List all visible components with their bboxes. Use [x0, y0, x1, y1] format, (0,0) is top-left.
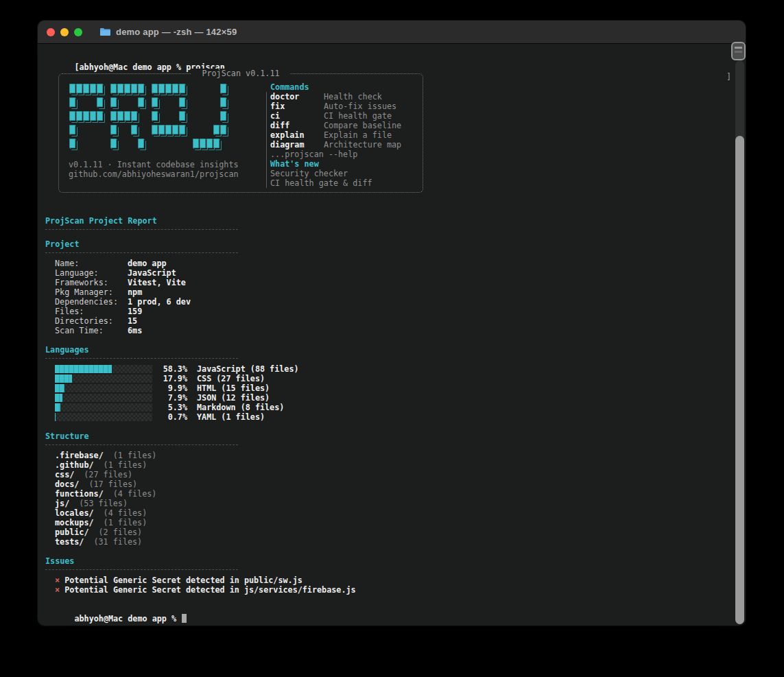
close-button[interactable] — [47, 28, 55, 36]
language-bar-fill — [55, 384, 64, 392]
command-row: fixAuto-fix issues — [270, 102, 401, 111]
command-name: explain — [270, 130, 324, 140]
issue-text: Potential Generic Secret detected in pub… — [64, 575, 302, 585]
window-title: demo app — -zsh — 142×59 — [116, 27, 237, 37]
project-label: Directories: — [55, 316, 128, 326]
file-count: (53 files) — [79, 499, 128, 508]
terminal-window: demo app — -zsh — 142×59 [abhyoh@Mac dem… — [38, 21, 746, 626]
language-row: 7.9%JSON (12 files) — [55, 393, 746, 403]
command-name: ci — [270, 111, 324, 121]
project-value: 159 — [128, 307, 142, 316]
project-value: 6ms — [128, 326, 142, 335]
language-pct: 0.7% — [158, 412, 187, 422]
command-row: diffCompare baseline — [270, 121, 401, 130]
command-row: explainExplain a file — [270, 130, 401, 140]
scrollbar-thumb[interactable] — [735, 136, 744, 624]
whats-new-item: CI health gate & diff — [270, 178, 401, 188]
structure-row: .firebase/(1 files) — [55, 451, 746, 460]
whats-new-header: What's new — [270, 159, 401, 169]
prompt-line: [abhyoh@Mac demo app % projscan ] — [45, 53, 746, 62]
zoom-button[interactable] — [74, 28, 82, 36]
dir-name: css/ — [55, 470, 74, 479]
file-count: (1 files) — [104, 518, 147, 527]
project-table: Name:demo app Language:JavaScript Framew… — [55, 259, 746, 335]
project-row: Pkg Manager:npm — [55, 287, 746, 297]
command-row: diagramArchitecture map — [270, 140, 401, 150]
language-bar-fill — [55, 375, 72, 383]
language-bar — [55, 394, 152, 402]
project-section-header: Project — [45, 239, 746, 249]
project-row: Name:demo app — [55, 259, 746, 268]
project-label: Files: — [55, 307, 128, 316]
banner-box: ProjScan v0.1.11 v0.1.11 · Instant codeb… — [58, 73, 423, 193]
language-label: CSS (27 files) — [197, 374, 265, 383]
language-pct: 5.3% — [158, 403, 187, 412]
help-hint: ...projscan --help — [270, 150, 401, 159]
language-row: 17.9%CSS (27 files) — [55, 374, 746, 383]
project-row: Language:JavaScript — [55, 268, 746, 278]
section-divider — [45, 229, 238, 230]
file-count: (4 files) — [104, 508, 147, 518]
banner-commands-column: Commands doctorHealth check fixAuto-fix … — [266, 82, 401, 192]
project-value: 15 — [128, 316, 137, 326]
file-count: (1 files) — [113, 451, 157, 460]
project-label: Frameworks: — [55, 278, 128, 287]
issue-text: Potential Generic Secret detected in js/… — [64, 585, 355, 595]
command-row: doctorHealth check — [270, 92, 401, 102]
language-bar — [55, 403, 152, 412]
language-label: Markdown (8 files) — [197, 403, 284, 412]
structure-section-header: Structure — [45, 431, 746, 441]
structure-list: .firebase/(1 files) .github/(1 files) cs… — [55, 451, 746, 547]
logo-repo-link: github.com/abhiyoheswaran1/projscan — [69, 169, 266, 179]
report-title: ProjScan Project Report — [45, 216, 746, 226]
project-row: Files:159 — [55, 307, 746, 316]
language-pct: 58.3% — [158, 364, 187, 374]
section-divider — [45, 444, 238, 445]
scrollbar-mark-icon[interactable] — [731, 42, 746, 60]
structure-row: css/(27 files) — [55, 470, 746, 479]
command-desc: Health check — [324, 92, 382, 102]
structure-row: functions/(4 files) — [55, 489, 746, 499]
dir-name: mockups/ — [55, 518, 94, 527]
command-row: ciCI health gate — [270, 111, 401, 121]
language-bar — [55, 384, 152, 392]
structure-row: .github/(1 files) — [55, 460, 746, 470]
file-count: (27 files) — [84, 470, 132, 479]
structure-row: locales/(4 files) — [55, 508, 746, 518]
command-desc: Auto-fix issues — [324, 102, 396, 111]
language-bar-fill — [55, 413, 56, 421]
dir-name: functions/ — [55, 489, 104, 499]
section-divider — [45, 252, 238, 253]
language-label: YAML (1 files) — [197, 412, 265, 422]
command-name: diagram — [270, 140, 324, 150]
issue-row: × Potential Generic Secret detected in j… — [55, 585, 746, 595]
project-value: JavaScript — [128, 268, 176, 278]
dir-name: locales/ — [55, 508, 94, 518]
dir-name: js/ — [55, 499, 69, 508]
section-divider — [45, 569, 238, 570]
folder-icon — [99, 27, 111, 36]
minimize-button[interactable] — [60, 28, 69, 36]
command-desc: Compare baseline — [324, 121, 401, 130]
structure-row: docs/(17 files) — [55, 479, 746, 489]
section-divider — [45, 358, 238, 359]
project-row: Directories:15 — [55, 316, 746, 326]
terminal-content[interactable]: [abhyoh@Mac demo app % projscan ] ProjSc… — [38, 44, 746, 626]
language-pct: 9.9% — [158, 383, 187, 393]
language-pct: 7.9% — [158, 393, 187, 403]
structure-row: mockups/(1 files) — [55, 518, 746, 527]
language-bar — [55, 413, 152, 421]
issues-section-header: Issues — [45, 556, 746, 566]
project-label: Pkg Manager: — [55, 287, 128, 297]
command-desc: Architecture map — [324, 140, 401, 150]
project-value: Vitest, Vite — [128, 278, 186, 287]
command-name: diff — [270, 121, 324, 130]
issues-list: × Potential Generic Secret detected in p… — [55, 575, 746, 595]
prompt-end-line[interactable]: abhyoh@Mac demo app % — [45, 604, 746, 614]
command-desc: CI health gate — [324, 111, 392, 121]
titlebar[interactable]: demo app — -zsh — 142×59 — [38, 21, 746, 44]
language-row: 9.9%HTML (15 files) — [55, 383, 746, 393]
dir-name: docs/ — [55, 479, 79, 489]
language-label: JavaScript (88 files) — [197, 364, 299, 374]
file-count: (1 files) — [104, 460, 147, 470]
